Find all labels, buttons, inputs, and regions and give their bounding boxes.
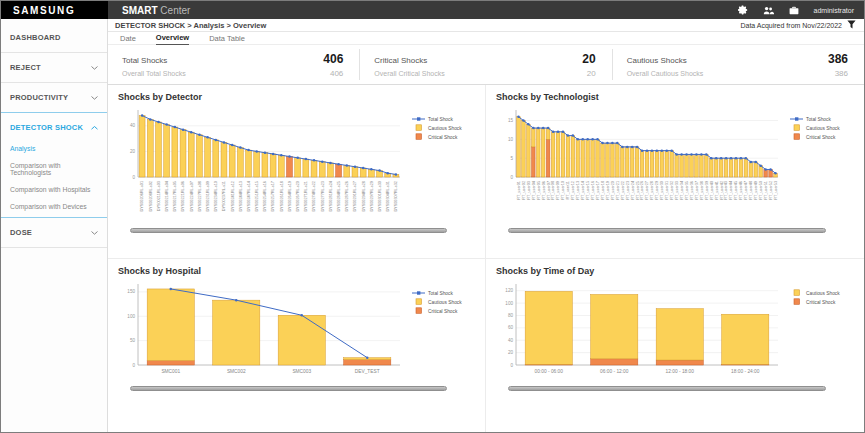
main-content: DETECTOR SHOCK > Analysis > Overview Dat…	[108, 19, 864, 432]
svg-text:RT_user43: RT_user43	[724, 181, 728, 200]
svg-text:RT_user34: RT_user34	[680, 181, 684, 200]
sidebar-subitem-comparison-technologists[interactable]: Comparison with Technologists	[1, 157, 107, 181]
sidebar-item-detector-shock[interactable]: DETECTOR SHOCK	[1, 115, 107, 140]
svg-text:DYS00224RL-s07: DYS00224RL-s07	[190, 181, 194, 212]
svg-text:RT_user11: RT_user11	[566, 181, 570, 199]
sidebar-divider-accent	[1, 112, 107, 113]
tab-data-table[interactable]: Data Table	[209, 32, 245, 45]
app-title-bold: SMART	[122, 5, 158, 16]
svg-text:DYS00277RL-s23: DYS00277RL-s23	[321, 181, 325, 212]
chart-shocks-by-detector: Shocks by Detector 02040DYS00206RL-s01DY…	[108, 85, 486, 259]
sidebar-item-productivity[interactable]: PRODUCTIVITY	[1, 85, 107, 110]
svg-text:DYS00206RL-s01: DYS00206RL-s01	[140, 181, 144, 212]
svg-text:40: 40	[130, 123, 136, 128]
sidebar-divider	[1, 247, 107, 248]
logged-in-user[interactable]: administrator	[814, 7, 854, 14]
svg-text:RT_user08: RT_user08	[551, 181, 555, 200]
sidebar-item-label: DOSE	[10, 228, 32, 237]
svg-text:RT_user50: RT_user50	[759, 181, 763, 200]
svg-text:RT_user51: RT_user51	[764, 181, 768, 200]
svg-text:RT_user40: RT_user40	[710, 181, 714, 200]
sidebar-item-dashboard[interactable]: DASHBOARD	[1, 25, 107, 50]
svg-text:DYS00257RL-s17: DYS00257RL-s17	[271, 181, 275, 212]
svg-text:DYS00247RL-s14: DYS00247RL-s14	[247, 181, 251, 212]
svg-text:DYS00221RL-s06: DYS00221RL-s06	[181, 181, 185, 212]
svg-text:DYS00301RL-s30: DYS00301RL-s30	[378, 181, 382, 212]
sidebar-item-label: DASHBOARD	[10, 33, 61, 42]
users-icon[interactable]	[763, 6, 774, 15]
tab-overview[interactable]: Overview	[156, 31, 189, 45]
svg-text:RT_user46: RT_user46	[739, 181, 743, 200]
sidebar-item-reject[interactable]: REJECT	[1, 55, 107, 80]
sidebar-subitem-comparison-hospitals[interactable]: Comparison with Hospitals	[1, 181, 107, 198]
summary-row: Total Shocks406 Overall Total Shocks406 …	[108, 45, 864, 85]
chart-scrollbar[interactable]	[508, 228, 826, 233]
sidebar-item-label: PRODUCTIVITY	[10, 93, 68, 102]
svg-text:DYS00294RL-s28: DYS00294RL-s28	[362, 181, 366, 212]
svg-text:RT_user02: RT_user02	[522, 181, 526, 200]
breadcrumb: DETECTOR SHOCK > Analysis > Overview	[115, 21, 266, 30]
chart-title: Shocks by Technologist	[496, 92, 860, 102]
sidebar-item-dose[interactable]: DOSE	[1, 220, 107, 245]
svg-text:50: 50	[130, 338, 136, 343]
svg-text:60: 60	[508, 325, 514, 330]
chart-shocks-by-hospital: Shocks by Hospital 050100150SMC001SMC002…	[108, 259, 486, 433]
svg-text:RT_user28: RT_user28	[650, 181, 654, 200]
svg-text:DYS00227RL-s08: DYS00227RL-s08	[198, 181, 202, 212]
svg-text:RT_user23: RT_user23	[626, 181, 630, 200]
svg-text:100: 100	[127, 313, 135, 318]
tab-date[interactable]: Date	[120, 32, 136, 45]
chart-shocks-by-technologist: Shocks by Technologist 051015RT_user01RT…	[486, 85, 864, 259]
svg-text:RT_user33: RT_user33	[675, 181, 679, 200]
sidebar-subitem-analysis[interactable]: Analysis	[1, 140, 107, 157]
data-acquired-text: Data Acquired from Nov/22/2022	[740, 22, 842, 29]
sidebar-item-label: REJECT	[10, 63, 41, 72]
svg-text:RT_user06: RT_user06	[542, 181, 546, 200]
svg-text:20: 20	[508, 350, 514, 355]
svg-text:5: 5	[510, 156, 513, 161]
svg-text:18:00 - 24:00: 18:00 - 24:00	[731, 369, 760, 374]
svg-text:100: 100	[505, 300, 513, 305]
chart-scrollbar[interactable]	[508, 386, 826, 391]
svg-text:DYS00254RL-s16: DYS00254RL-s16	[263, 181, 267, 212]
svg-text:RT_user37: RT_user37	[695, 181, 699, 200]
chevron-down-icon	[91, 63, 98, 72]
card-label: Total Shocks	[122, 56, 167, 65]
svg-text:RT_user24: RT_user24	[631, 181, 635, 200]
svg-text:RT_user16: RT_user16	[591, 181, 595, 200]
chevron-up-icon	[91, 123, 98, 132]
settings-gear-icon[interactable]	[738, 5, 748, 15]
summary-card-total-shocks: Total Shocks406 Overall Total Shocks406	[108, 49, 360, 80]
svg-text:Total Shock: Total Shock	[428, 290, 453, 295]
svg-text:RT_user10: RT_user10	[561, 181, 565, 200]
app-title: SMART Center	[122, 5, 190, 16]
svg-text:Cautious Shock: Cautious Shock	[428, 126, 462, 131]
svg-text:Critical Shock: Critical Shock	[806, 299, 836, 304]
svg-text:RT_user25: RT_user25	[636, 181, 640, 200]
app-window: SAMSUNG SMART Center administrator DASHB…	[0, 0, 865, 433]
chart-canvas: 02040608010012000:00 - 06:0006:00 - 12:0…	[494, 279, 846, 385]
svg-text:06:00 - 12:00: 06:00 - 12:00	[600, 369, 629, 374]
svg-text:RT_user53: RT_user53	[774, 181, 778, 200]
chart-scrollbar[interactable]	[130, 228, 447, 233]
card-label: Critical Shocks	[374, 56, 427, 65]
svg-text:RT_user03: RT_user03	[527, 181, 531, 200]
svg-text:DYS00231RL-s09: DYS00231RL-s09	[206, 181, 210, 212]
chevron-down-icon	[91, 93, 98, 102]
top-actions: administrator	[738, 5, 864, 15]
card-sublabel: Overall Critical Shocks	[374, 70, 444, 77]
sidebar-subitem-comparison-devices[interactable]: Comparison with Devices	[1, 198, 107, 215]
svg-text:RT_user14: RT_user14	[581, 181, 585, 200]
briefcase-icon[interactable]	[789, 6, 799, 15]
chart-canvas: 02040DYS00206RL-s01DYS00208RL-s02DYS0021…	[116, 105, 468, 227]
svg-text:RT_user44: RT_user44	[729, 181, 733, 200]
svg-text:RT_user04: RT_user04	[532, 181, 536, 200]
chart-scrollbar[interactable]	[130, 386, 447, 391]
svg-text:DYS00307RL-s32: DYS00307RL-s32	[394, 181, 398, 212]
filter-icon[interactable]	[847, 20, 856, 30]
svg-text:12:00 - 18:00: 12:00 - 18:00	[666, 369, 695, 374]
chart-title: Shocks by Hospital	[118, 266, 481, 276]
svg-text:RT_user05: RT_user05	[537, 181, 541, 200]
svg-text:80: 80	[508, 313, 514, 318]
card-value: 20	[582, 52, 595, 66]
